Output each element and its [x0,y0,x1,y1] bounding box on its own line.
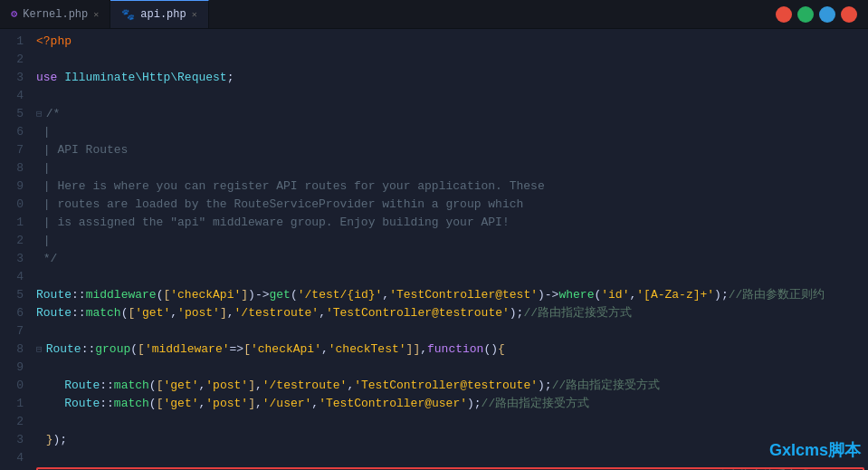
tab-kernel-label: Kernel.php [23,8,88,21]
code-area: 1 2 3 4 5 6 7 8 9 0 1 2 3 4 5 6 7 8 9 0 [0,29,868,470]
icon-opera [841,6,857,23]
icon-edge [819,6,835,23]
ln-3: 3 [0,69,24,87]
ln-6: 6 [0,123,24,141]
ln-1: 1 [0,33,24,51]
icon-chrome [776,6,792,23]
fold-icon-18[interactable]: ⊟ [36,341,43,359]
code-line-5: ⊟ /* [36,105,868,123]
code-editor: 1 2 3 4 5 6 7 8 9 0 1 2 3 4 5 6 7 8 9 0 [0,29,868,470]
api-icon: 🐾 [121,8,135,22]
code-content: <?php use Illuminate\Http\Request ; ⊟ /* [29,29,868,470]
tab-api-close[interactable]: ✕ [192,9,197,20]
ln-16: 6 [0,304,24,322]
tab-kernel[interactable]: ⚙ Kernel.php ✕ [0,0,110,28]
ln-2: 2 [0,51,24,69]
ln-18: 8 [0,341,24,359]
icon-firefox [797,6,814,23]
ln-21: 1 [0,395,24,413]
tab-api[interactable]: 🐾 api.php ✕ [110,0,208,28]
ln-8: 8 [0,159,24,177]
ln-10: 0 [0,196,24,214]
code-line-16: Route::match(['get','post'],'/testroute'… [36,304,868,322]
ln-13: 3 [0,250,24,268]
code-line-10: | routes are loaded by the RouteServiceP… [36,196,868,214]
code-line-21: Route::match(['get','post'],'/user','Tes… [36,395,868,413]
ln-24: 4 [0,449,24,467]
code-line-1: <?php [36,33,868,51]
browser-icons [776,6,868,23]
ln-14: 4 [0,268,24,286]
php-icon: ⚙ [11,7,17,21]
ln-17: 7 [0,322,24,341]
watermark: GxIcms脚本 [769,439,861,461]
code-line-17 [36,322,868,341]
ln-11: 1 [0,214,24,232]
ln-23: 3 [0,431,24,449]
ln-7: 7 [0,141,24,159]
code-line-15: Route::middleware(['checkApi'])->get('/t… [36,286,868,304]
code-line-23: ⊟ }); [36,431,868,449]
code-line-9: | Here is where you can register API rou… [36,177,868,196]
code-line-24 [36,449,868,467]
ln-20: 0 [0,377,24,395]
code-line-11: | is assigned the "api" middleware group… [36,214,868,232]
code-line-4 [36,87,868,105]
tab-api-label: api.php [140,8,186,21]
code-line-8: | [36,159,868,177]
code-line-19 [36,359,868,377]
code-line-14 [36,268,868,286]
ln-9: 9 [0,177,24,196]
code-line-2 [36,51,868,69]
code-line-12: | [36,232,868,250]
tab-bar: ⚙ Kernel.php ✕ 🐾 api.php ✕ [0,0,868,29]
code-line-18: ⊟ Route::group(['middleware' => ['checkA… [36,341,868,359]
fold-icon-5[interactable]: ⊟ [36,105,43,123]
tab-kernel-close[interactable]: ✕ [93,9,99,20]
code-line-13: */ [36,250,868,268]
ln-5: 5 [0,105,24,123]
code-line-22 [36,413,868,431]
ln-22: 2 [0,413,24,431]
ln-15: 5 [0,286,24,304]
php-tag: <?php [36,33,72,51]
ln-12: 2 [0,232,24,250]
code-line-20: Route::match(['get','post'],'/testroute'… [36,377,868,395]
code-line-7: | API Routes [36,141,868,159]
editor-window: ⚙ Kernel.php ✕ 🐾 api.php ✕ 1 2 3 4 5 6 [0,0,868,470]
ln-4: 4 [0,87,24,105]
code-line-3: use Illuminate\Http\Request ; [36,69,868,87]
line-numbers: 1 2 3 4 5 6 7 8 9 0 1 2 3 4 5 6 7 8 9 0 [0,29,29,470]
ln-19: 9 [0,359,24,377]
code-line-6: | [36,123,868,141]
